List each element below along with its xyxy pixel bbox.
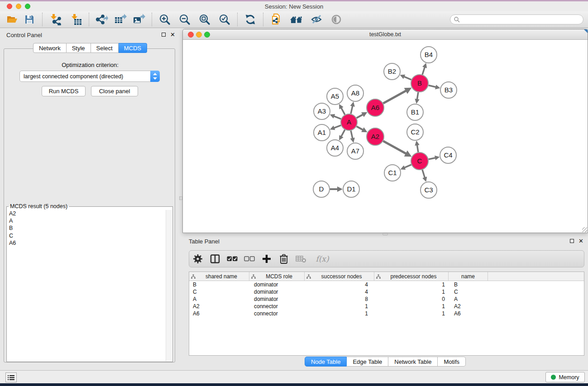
gear-icon: [193, 254, 203, 264]
table-row[interactable]: A dominator 8 0 A: [189, 295, 584, 303]
delete-column-button[interactable]: [278, 253, 290, 265]
function-builder-button[interactable]: f(x): [312, 253, 332, 265]
toolbar-separator: [152, 13, 152, 26]
save-session-button[interactable]: [23, 13, 36, 26]
zoom-in-button[interactable]: [158, 13, 171, 26]
result-item[interactable]: C: [9, 232, 172, 239]
hide-graphics-button[interactable]: [311, 13, 323, 26]
import-table-button[interactable]: [70, 13, 82, 26]
hierarchy-icon: [191, 274, 196, 279]
control-panel: Control Panel ✕ Network Style Select MCD…: [2, 29, 178, 367]
graph-edge-A-A2[interactable]: [357, 126, 363, 130]
column-header-name[interactable]: name: [449, 272, 488, 281]
result-item[interactable]: A2: [9, 210, 172, 217]
float-panel-icon[interactable]: [162, 33, 166, 37]
tab-network[interactable]: Network: [33, 43, 67, 53]
tab-node-table[interactable]: Node Table: [305, 357, 347, 367]
export-table-icon: [114, 14, 127, 25]
open-session-button[interactable]: [6, 13, 19, 26]
close-panel-button[interactable]: Close panel: [91, 86, 138, 96]
graph-edge-A-A8[interactable]: [351, 106, 353, 114]
refresh-button[interactable]: [244, 13, 257, 26]
graph-edge-B-B2[interactable]: [404, 76, 411, 80]
zoom-in-icon: [159, 14, 171, 25]
close-panel-icon[interactable]: ✕: [170, 32, 175, 37]
split-columns-icon: [210, 254, 220, 264]
hierarchy-icon: [251, 274, 256, 279]
export-table-button[interactable]: [114, 13, 127, 26]
node-table: shared name MCDS role successor nodes pr…: [189, 272, 584, 356]
graph-edge-A-A3[interactable]: [334, 116, 341, 119]
desktop: Session: New Session: [0, 0, 588, 386]
duplicate-network-button[interactable]: [270, 13, 282, 26]
graph-edge-C-C2[interactable]: [417, 145, 418, 152]
graph-edge-B-B3[interactable]: [428, 86, 436, 87]
dropdown-stepper-icon: [150, 71, 160, 82]
graph-edge-C-C1[interactable]: [404, 165, 411, 168]
graph-edge-A-A1[interactable]: [334, 125, 341, 128]
search-input[interactable]: [460, 16, 583, 23]
tab-edge-table[interactable]: Edge Table: [347, 357, 388, 367]
add-column-button[interactable]: [261, 253, 272, 265]
graph-edge-A-A7[interactable]: [351, 131, 353, 139]
result-item[interactable]: B: [9, 224, 172, 232]
vertical-splitter-handle[interactable]: [179, 196, 182, 200]
zoom-out-button[interactable]: [178, 13, 191, 26]
result-item[interactable]: A: [9, 217, 172, 224]
run-mcds-button[interactable]: Run MCDS: [42, 86, 86, 96]
criterion-dropdown[interactable]: largest connected component (directed): [19, 71, 160, 82]
control-panel-title: Control Panel: [6, 32, 42, 38]
network-canvas[interactable]: AA1A3A4A5A7A8A6A2BB1B2B3B4CC1C2C3C4DD1: [183, 40, 588, 233]
select-all-columns-button[interactable]: [226, 253, 238, 265]
split-panel-button[interactable]: [209, 253, 221, 265]
show-graphics-button[interactable]: [330, 13, 343, 26]
table-row[interactable]: C dominator 4 1 C: [189, 288, 584, 295]
resize-grip-icon[interactable]: [582, 227, 587, 232]
graph-edge-A-A4[interactable]: [341, 130, 345, 137]
column-header-shared-name[interactable]: shared name: [189, 272, 249, 281]
graph-edge-B-B4[interactable]: [422, 67, 425, 75]
memory-button[interactable]: Memory: [545, 372, 585, 382]
eye-icon: [330, 14, 343, 25]
toolbar-search[interactable]: [450, 14, 583, 24]
tab-mcds[interactable]: MCDS: [119, 43, 147, 53]
result-item[interactable]: A6: [9, 239, 172, 247]
graph-edge-A6-B[interactable]: [383, 91, 406, 103]
tab-style[interactable]: Style: [67, 43, 91, 53]
column-header-predecessor-nodes[interactable]: predecessor nodes: [374, 272, 449, 281]
delete-table-button[interactable]: [295, 253, 307, 265]
graph-edge-B-B1[interactable]: [417, 92, 418, 100]
column-header-successor-nodes[interactable]: successor nodes: [305, 272, 374, 281]
column-header-mcds-role[interactable]: MCDS role: [249, 272, 305, 281]
result-scrollbar[interactable]: [166, 210, 172, 361]
export-image-button[interactable]: [133, 13, 145, 26]
toolbar-separator: [89, 13, 89, 26]
table-row[interactable]: B dominator 4 1 B: [189, 281, 584, 288]
graph-arrowhead: [350, 102, 355, 107]
close-table-panel-icon[interactable]: ✕: [578, 238, 583, 243]
tab-select[interactable]: Select: [91, 43, 119, 53]
graph-edge-A-A5[interactable]: [341, 108, 345, 114]
graph-edge-C-C3[interactable]: [422, 170, 425, 178]
tab-motifs[interactable]: Motifs: [438, 357, 466, 367]
home-button[interactable]: [289, 13, 304, 26]
task-history-button[interactable]: [5, 372, 17, 382]
corner-marker-icon: [584, 29, 588, 33]
network-window-titlebar[interactable]: testGlobe.txt: [183, 29, 588, 40]
export-network-button[interactable]: [96, 13, 108, 26]
deselect-all-columns-button[interactable]: [244, 253, 255, 265]
table-row[interactable]: A2 connector 1 1 A2: [189, 303, 584, 310]
graph-edge-A2-C[interactable]: [383, 141, 406, 154]
table-settings-button[interactable]: [192, 253, 204, 265]
graph-edge-A-A6[interactable]: [357, 114, 363, 118]
float-table-panel-icon[interactable]: [570, 239, 574, 243]
memory-status-icon: [551, 375, 556, 380]
optimization-criterion-label: Optimization criterion:: [2, 62, 178, 68]
tab-network-table[interactable]: Network Table: [388, 357, 438, 367]
zoom-fit-button[interactable]: [198, 13, 211, 26]
graph-edge-C-C4[interactable]: [429, 158, 436, 159]
graph-node-label-C2: C2: [411, 128, 419, 136]
import-network-button[interactable]: [49, 13, 62, 26]
zoom-selected-button[interactable]: [218, 13, 231, 26]
table-row[interactable]: A6 connector 1 1 A6: [189, 310, 584, 317]
